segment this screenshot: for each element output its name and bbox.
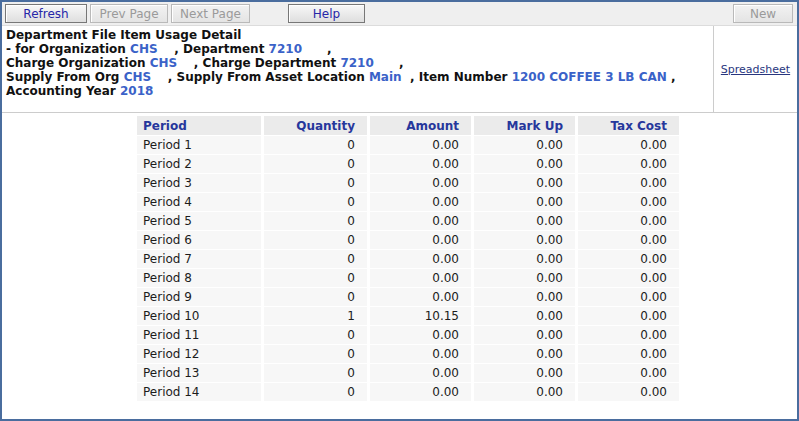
value-cell: 10.15 <box>370 307 471 325</box>
field-label: Accounting Year <box>6 84 120 98</box>
value-cell: 0.00 <box>578 231 679 249</box>
value-cell: 0.00 <box>578 269 679 287</box>
value-cell: 0 <box>264 136 367 154</box>
field-label: , <box>667 70 676 84</box>
value-cell: 0.00 <box>474 231 575 249</box>
column-header-mark-up: Mark Up <box>474 116 575 135</box>
value-cell: 0.00 <box>370 250 471 268</box>
value-cell: 0.00 <box>370 383 471 401</box>
field-label: , Supply From Asset Location <box>151 70 369 84</box>
value-cell: 0.00 <box>370 345 471 363</box>
value-cell: 0.00 <box>474 250 575 268</box>
table-row: Period 1100.000.000.00 <box>137 326 679 344</box>
table-row: Period 700.000.000.00 <box>137 250 679 268</box>
table-row: Period 800.000.000.00 <box>137 269 679 287</box>
period-cell: Period 7 <box>137 250 261 268</box>
field-value: 7210 <box>340 56 373 70</box>
period-cell: Period 5 <box>137 212 261 230</box>
period-cell: Period 13 <box>137 364 261 382</box>
spreadsheet-link[interactable]: Spreadsheet <box>721 63 790 76</box>
table-row: Period 600.000.000.00 <box>137 231 679 249</box>
next-page-button[interactable]: Next Page <box>171 4 250 23</box>
value-cell: 0 <box>264 174 367 192</box>
value-cell: 0.00 <box>474 326 575 344</box>
field-label: , Charge Department <box>177 56 340 70</box>
value-cell: 0.00 <box>578 136 679 154</box>
value-cell: 0 <box>264 288 367 306</box>
value-cell: 0.00 <box>578 383 679 401</box>
field-label: , <box>302 42 332 56</box>
toolbar: Refresh Prev Page Next Page Help New <box>2 2 797 26</box>
field-label: - for Organization <box>6 42 130 56</box>
value-cell: 0.00 <box>578 193 679 211</box>
refresh-button[interactable]: Refresh <box>5 4 87 23</box>
value-cell: 1 <box>264 307 367 325</box>
value-cell: 0.00 <box>474 155 575 173</box>
usage-table-container: PeriodQuantityAmountMark UpTax Cost Peri… <box>2 113 797 402</box>
value-cell: 0.00 <box>370 174 471 192</box>
table-row: Period 300.000.000.00 <box>137 174 679 192</box>
value-cell: 0.00 <box>578 307 679 325</box>
spreadsheet-cell: Spreadsheet <box>713 26 797 112</box>
value-cell: 0.00 <box>578 174 679 192</box>
period-cell: Period 11 <box>137 326 261 344</box>
value-cell: 0.00 <box>474 136 575 154</box>
value-cell: 0 <box>264 231 367 249</box>
value-cell: 0 <box>264 383 367 401</box>
value-cell: 0.00 <box>370 193 471 211</box>
table-row: Period 400.000.000.00 <box>137 193 679 211</box>
value-cell: 0.00 <box>578 345 679 363</box>
table-row: Period 200.000.000.00 <box>137 155 679 173</box>
value-cell: 0.00 <box>370 136 471 154</box>
value-cell: 0 <box>264 269 367 287</box>
table-row: Period 10110.150.000.00 <box>137 307 679 325</box>
usage-table: PeriodQuantityAmountMark UpTax Cost Peri… <box>134 115 682 402</box>
value-cell: 0.00 <box>578 212 679 230</box>
period-cell: Period 3 <box>137 174 261 192</box>
value-cell: 0 <box>264 155 367 173</box>
field-label: Charge Organization <box>6 56 150 70</box>
field-value: 1200 COFFEE 3 LB CAN <box>512 70 667 84</box>
value-cell: 0.00 <box>474 383 575 401</box>
help-button[interactable]: Help <box>288 4 365 23</box>
value-cell: 0.00 <box>474 269 575 287</box>
header-line: - for Organization CHS , Department 7210… <box>6 42 709 56</box>
value-cell: 0.00 <box>474 193 575 211</box>
usage-table-body: Period 100.000.000.00Period 200.000.000.… <box>137 136 679 401</box>
value-cell: 0 <box>264 250 367 268</box>
field-label: , Department <box>158 42 269 56</box>
period-cell: Period 2 <box>137 155 261 173</box>
value-cell: 0.00 <box>578 288 679 306</box>
value-cell: 0.00 <box>370 269 471 287</box>
field-label: , <box>374 56 404 70</box>
value-cell: 0 <box>264 345 367 363</box>
column-header-quantity: Quantity <box>264 116 367 135</box>
field-value: CHS <box>150 56 178 70</box>
column-header-amount: Amount <box>370 116 471 135</box>
value-cell: 0.00 <box>578 364 679 382</box>
value-cell: 0 <box>264 212 367 230</box>
field-label: Department File Item Usage Detail <box>6 28 241 42</box>
value-cell: 0 <box>264 326 367 344</box>
header-info: Department File Item Usage Detail- for O… <box>2 26 713 112</box>
value-cell: 0.00 <box>370 326 471 344</box>
period-cell: Period 9 <box>137 288 261 306</box>
period-cell: Period 14 <box>137 383 261 401</box>
value-cell: 0.00 <box>578 250 679 268</box>
value-cell: 0.00 <box>578 326 679 344</box>
column-header-period: Period <box>137 116 261 135</box>
field-label: , Item Number <box>402 70 512 84</box>
new-button[interactable]: New <box>733 4 793 23</box>
period-cell: Period 6 <box>137 231 261 249</box>
value-cell: 0.00 <box>474 212 575 230</box>
value-cell: 0.00 <box>578 155 679 173</box>
table-row: Period 1400.000.000.00 <box>137 383 679 401</box>
prev-page-button[interactable]: Prev Page <box>90 4 168 23</box>
value-cell: 0.00 <box>370 288 471 306</box>
field-value: 2018 <box>120 84 153 98</box>
period-cell: Period 8 <box>137 269 261 287</box>
value-cell: 0.00 <box>474 174 575 192</box>
header-band: Department File Item Usage Detail- for O… <box>2 26 797 113</box>
value-cell: 0.00 <box>370 364 471 382</box>
value-cell: 0.00 <box>370 212 471 230</box>
